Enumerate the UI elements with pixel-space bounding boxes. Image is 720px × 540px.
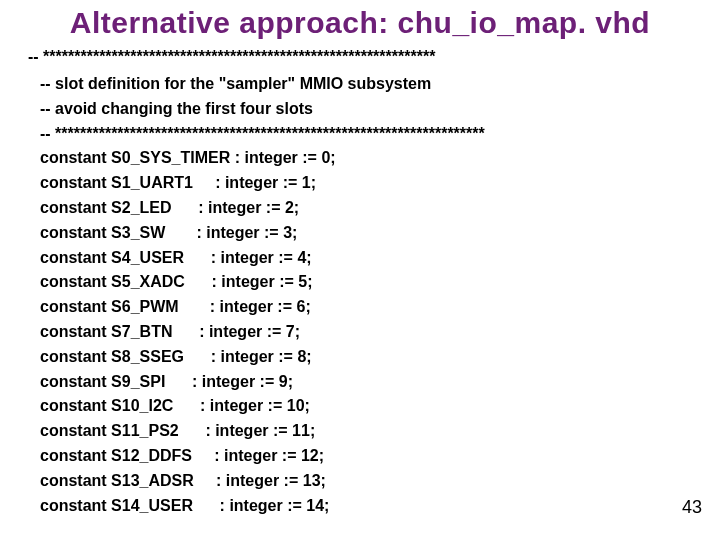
constant-line: constant S5_XADC : integer := 5;: [40, 270, 680, 295]
constant-line: constant S9_SPI : integer := 9;: [40, 370, 680, 395]
constant-line: constant S8_SSEG : integer := 8;: [40, 345, 680, 370]
constant-line: constant S7_BTN : integer := 7;: [40, 320, 680, 345]
code-block: -- slot definition for the "sampler" MMI…: [40, 72, 680, 518]
constant-line: constant S11_PS2 : integer := 11;: [40, 419, 680, 444]
constant-line: constant S10_I2C : integer := 10;: [40, 394, 680, 419]
constant-line: constant S6_PWM : integer := 6;: [40, 295, 680, 320]
constant-line: constant S4_USER : integer := 4;: [40, 246, 680, 271]
comment-line: -- avoid changing the first four slots: [40, 97, 680, 122]
constant-line: constant S0_SYS_TIMER : integer := 0;: [40, 146, 680, 171]
constant-line: constant S13_ADSR : integer := 13;: [40, 469, 680, 494]
constant-line: constant S14_USER : integer := 14;: [40, 494, 680, 519]
comment-rule-top: -- *************************************…: [28, 48, 435, 66]
constant-line: constant S2_LED : integer := 2;: [40, 196, 680, 221]
constant-line: constant S1_UART1 : integer := 1;: [40, 171, 680, 196]
constant-line: constant S3_SW : integer := 3;: [40, 221, 680, 246]
constant-line: constant S12_DDFS : integer := 12;: [40, 444, 680, 469]
page-number: 43: [682, 497, 702, 518]
comment-line: -- slot definition for the "sampler" MMI…: [40, 72, 680, 97]
slide-title: Alternative approach: chu_io_map. vhd: [0, 6, 720, 40]
slide: Alternative approach: chu_io_map. vhd --…: [0, 0, 720, 540]
comment-rule-mid: -- *************************************…: [40, 122, 680, 147]
